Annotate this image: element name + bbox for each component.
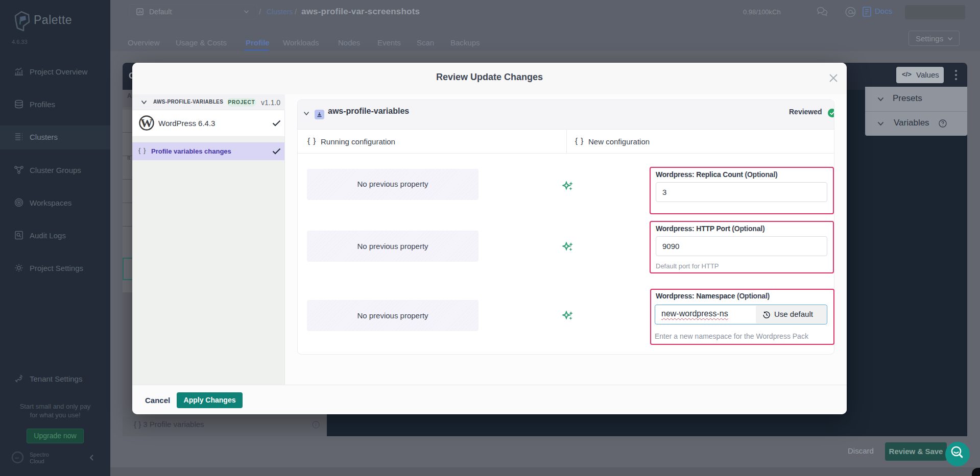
svg-text:W: W xyxy=(140,116,153,130)
